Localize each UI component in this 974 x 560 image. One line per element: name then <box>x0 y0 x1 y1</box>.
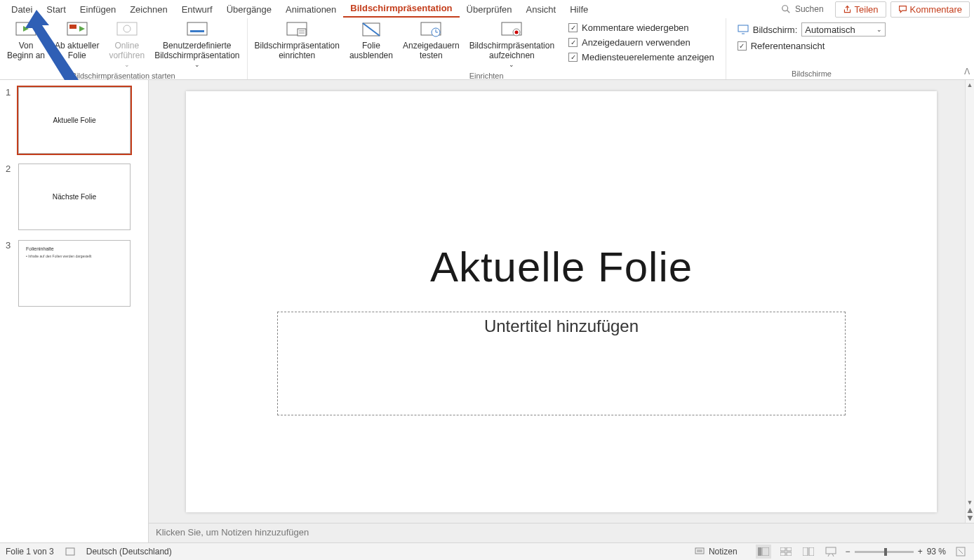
ribbon-group-setup: Bildschirmpräsentation einrichten Folie … <box>248 18 726 79</box>
svg-line-17 <box>363 23 380 36</box>
monitor-label: Bildschirm: <box>753 25 798 35</box>
fit-to-window-button[interactable] <box>953 545 968 559</box>
rehearse-timings-button[interactable]: Anzeigedauern testen <box>400 20 462 62</box>
tab-animationen[interactable]: Animationen <box>279 2 343 17</box>
tab-hilfe[interactable]: Hilfe <box>563 2 595 17</box>
ribbon-group-start: Von Beginn an Ab aktueller Folie Online … <box>0 18 248 79</box>
zoom-in-button[interactable]: + <box>918 547 923 556</box>
comment-icon <box>898 5 907 14</box>
share-button[interactable]: Teilen <box>835 1 886 18</box>
svg-point-9 <box>124 25 131 32</box>
svg-rect-32 <box>762 547 769 556</box>
slideshow-current-icon <box>66 21 88 39</box>
svg-rect-6 <box>69 25 76 29</box>
zoom-control[interactable]: − + 93 % <box>846 547 946 556</box>
slide-thumbnails-panel: 1 Aktuelle Folie 2 Nächste Folie 3 Folie… <box>0 80 149 542</box>
tab-start[interactable]: Start <box>39 2 72 17</box>
svg-rect-28 <box>695 548 704 554</box>
language-button[interactable]: Deutsch (Deutschland) <box>86 547 172 556</box>
spellcheck-icon[interactable] <box>65 547 75 556</box>
from-beginning-button[interactable]: Von Beginn an <box>4 20 48 62</box>
tab-zeichnen[interactable]: Zeichnen <box>123 2 174 17</box>
slide-canvas[interactable]: Aktuelle Folie Untertitel hinzufügen <box>186 91 937 512</box>
svg-rect-39 <box>826 547 836 554</box>
svg-line-40 <box>828 554 829 556</box>
svg-line-2 <box>787 11 790 13</box>
svg-rect-37 <box>803 547 808 556</box>
notes-pane[interactable]: Klicken Sie, um Notizen hinzuzufügen <box>149 523 974 542</box>
collapse-ribbon-button[interactable]: ᐱ <box>964 67 970 76</box>
ribbon: Von Beginn an Ab aktueller Folie Online … <box>0 18 974 80</box>
hide-slide-button[interactable]: Folie ausblenden <box>347 20 396 62</box>
svg-rect-27 <box>66 548 74 555</box>
zoom-out-button[interactable]: − <box>846 547 850 556</box>
setup-icon <box>286 21 308 39</box>
zoom-slider[interactable] <box>855 551 914 553</box>
tab-ansicht[interactable]: Ansicht <box>519 2 563 17</box>
hide-slide-icon <box>360 21 382 39</box>
tab-ueberpruefen[interactable]: Überprüfen <box>460 2 519 17</box>
normal-view-button[interactable] <box>756 545 771 559</box>
scroll-up-icon[interactable]: ▲ <box>967 81 973 88</box>
prev-slide-icon[interactable]: ⯅ <box>967 507 973 514</box>
zoom-percent[interactable]: 93 % <box>927 547 946 556</box>
svg-rect-33 <box>780 547 785 551</box>
slide-counter[interactable]: Folie 1 von 3 <box>6 547 54 556</box>
svg-rect-36 <box>787 552 792 556</box>
search-box[interactable]: Suchen <box>774 4 831 14</box>
slide-thumb-3[interactable]: Folieninhalte • Inhalte auf den Folien w… <box>18 240 131 307</box>
slide-sorter-view-button[interactable] <box>778 545 794 559</box>
monitor-dropdown[interactable]: Automatisch ⌄ <box>801 22 886 36</box>
svg-marker-7 <box>79 26 85 32</box>
show-media-controls-checkbox[interactable]: ✓Mediensteuerelemente anzeigen <box>568 52 714 62</box>
reading-view-button[interactable] <box>801 545 816 559</box>
present-online-icon <box>116 21 138 39</box>
slide-subtitle-placeholder[interactable]: Untertitel hinzufügen <box>277 312 846 415</box>
comments-button[interactable]: Kommentare <box>890 1 970 18</box>
svg-rect-25 <box>738 25 748 32</box>
svg-point-24 <box>515 31 519 34</box>
svg-point-1 <box>782 6 788 11</box>
chevron-down-icon: ⌄ <box>876 26 882 33</box>
scroll-down-icon[interactable]: ▼ <box>967 499 973 506</box>
custom-show-icon <box>186 21 208 39</box>
use-timings-checkbox[interactable]: ✓Anzeigedauern verwenden <box>568 37 714 48</box>
slide-title[interactable]: Aktuelle Folie <box>186 243 937 291</box>
tab-entwurf[interactable]: Entwurf <box>175 2 220 17</box>
custom-slideshow-button[interactable]: Benutzerdefinierte Bildschirmpräsentatio… <box>152 20 242 70</box>
svg-rect-11 <box>190 30 204 32</box>
record-icon <box>500 21 523 39</box>
notes-toggle-button[interactable]: Notizen <box>695 547 738 556</box>
record-slideshow-button[interactable]: Bildschirmpräsentation aufzeichnen ⌄ <box>467 20 557 70</box>
vertical-scrollbar[interactable]: ▲ ▼ ⯅ ⯆ <box>965 80 974 523</box>
tab-einfuegen[interactable]: Einfügen <box>73 2 123 17</box>
workspace: 1 Aktuelle Folie 2 Nächste Folie 3 Folie… <box>0 80 974 542</box>
timings-icon <box>420 21 442 39</box>
svg-rect-34 <box>787 547 792 551</box>
setup-slideshow-button[interactable]: Bildschirmpräsentation einrichten <box>252 20 342 62</box>
svg-rect-31 <box>758 547 761 556</box>
slide-area: Aktuelle Folie Untertitel hinzufügen ▲ ▼… <box>149 80 974 542</box>
tab-bildschirmpraesentation[interactable]: Bildschirmpräsentation <box>343 1 459 18</box>
monitor-icon <box>738 25 749 34</box>
present-online-button: Online vorführen ⌄ <box>106 20 147 70</box>
presenter-view-checkbox[interactable]: ✓Referentenansicht <box>738 41 886 51</box>
status-bar: Folie 1 von 3 Deutsch (Deutschland) Noti… <box>0 542 974 560</box>
tab-uebergaenge[interactable]: Übergänge <box>220 2 279 17</box>
next-slide-icon[interactable]: ⯆ <box>967 514 973 521</box>
svg-rect-13 <box>298 29 306 36</box>
svg-rect-10 <box>187 22 207 35</box>
slide-thumb-2[interactable]: Nächste Folie <box>18 164 131 230</box>
search-placeholder: Suchen <box>795 4 824 14</box>
slideshow-icon <box>15 21 37 39</box>
from-current-button[interactable]: Ab aktueller Folie <box>52 20 102 62</box>
svg-line-41 <box>832 554 834 556</box>
play-narrations-checkbox[interactable]: ✓Kommentare wiedergeben <box>568 22 714 33</box>
tab-datei[interactable]: Datei <box>4 2 39 17</box>
ribbon-group-monitors: Bildschirm: Automatisch ⌄ ✓Referentenans… <box>726 18 898 79</box>
svg-marker-4 <box>23 26 29 32</box>
svg-rect-35 <box>780 552 785 556</box>
search-icon <box>781 4 791 14</box>
slideshow-view-button[interactable] <box>823 545 839 559</box>
slide-thumb-1[interactable]: Aktuelle Folie <box>18 87 131 154</box>
